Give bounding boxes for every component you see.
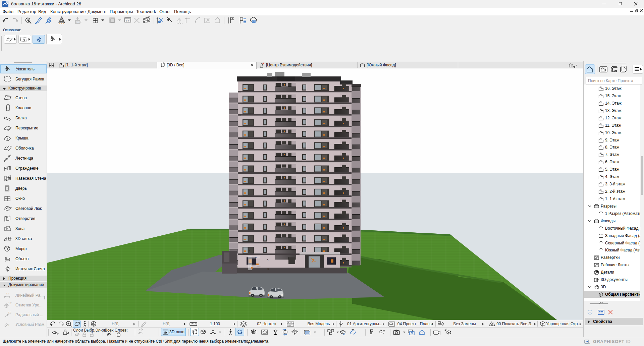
svg-text:1.2: 1.2 (8, 311, 11, 314)
svg-text:Z: Z (249, 250, 250, 253)
svg-text:1.2: 1.2 (8, 302, 12, 304)
svg-text:1 2: 1 2 (126, 19, 129, 22)
svg-text:1.2: 1.2 (6, 292, 9, 295)
svg-text:XY: XY (76, 21, 79, 23)
svg-text:α: α (8, 324, 9, 327)
svg-text:X: X (267, 268, 269, 271)
svg-text:X: X (267, 258, 269, 261)
svg-text:Y: Y (255, 256, 257, 260)
